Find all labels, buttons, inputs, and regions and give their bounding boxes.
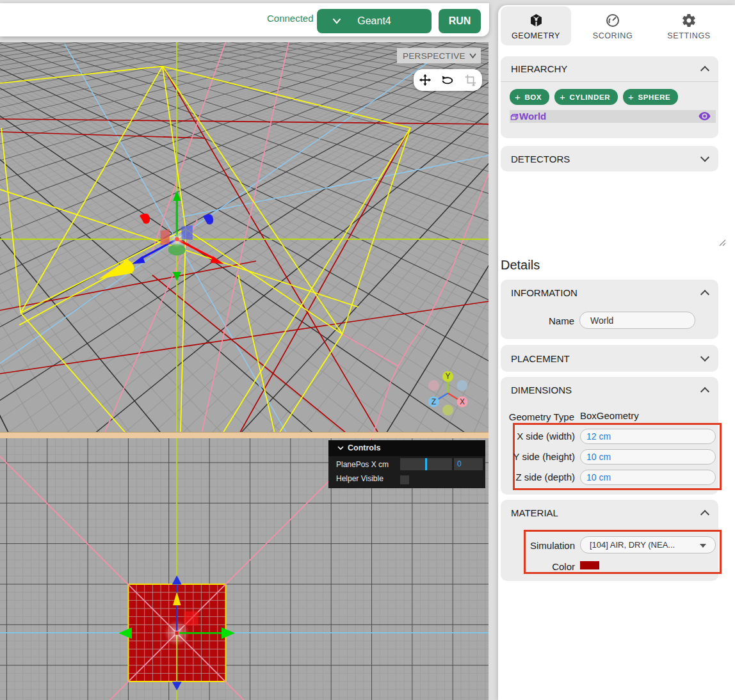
svg-text:Z: Z (432, 397, 436, 406)
svg-text:X: X (460, 397, 465, 406)
svg-text:Y: Y (446, 372, 451, 381)
